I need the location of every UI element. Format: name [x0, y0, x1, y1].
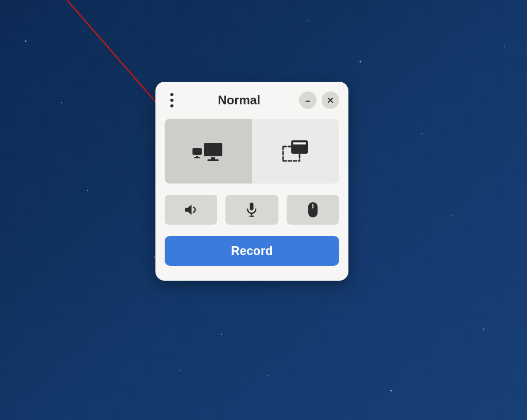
close-button[interactable]: [322, 92, 339, 109]
window-controls: [299, 92, 339, 109]
show-pointer-button[interactable]: [287, 195, 339, 225]
svg-line-0: [67, 0, 170, 118]
svg-rect-12: [250, 216, 254, 217]
selection-window-icon: [281, 139, 310, 163]
capture-selection-button[interactable]: [252, 119, 340, 184]
recorder-window: Normal: [155, 82, 348, 281]
titlebar: Normal: [165, 89, 339, 112]
svg-rect-14: [312, 204, 313, 209]
svg-rect-3: [196, 156, 198, 157]
window-title: Normal: [218, 93, 260, 107]
screens-icon: [192, 140, 224, 162]
mouse-pointer-icon: [307, 202, 319, 218]
capture-screen-button[interactable]: [165, 119, 252, 184]
minimize-icon: [304, 96, 312, 104]
svg-rect-7: [207, 159, 219, 161]
minimize-button[interactable]: [299, 92, 317, 109]
svg-rect-10: [250, 203, 254, 210]
microphone-icon: [244, 202, 259, 217]
svg-rect-4: [194, 157, 200, 158]
record-sound-button[interactable]: [165, 195, 217, 225]
svg-rect-6: [211, 157, 215, 159]
svg-rect-2: [192, 148, 202, 155]
options-row: [165, 195, 339, 225]
sound-icon: [183, 202, 199, 217]
record-button[interactable]: Record: [165, 236, 339, 266]
svg-rect-1: [305, 101, 310, 102]
capture-mode-group: [165, 119, 339, 184]
desktop-wallpaper: Normal: [0, 0, 527, 420]
menu-button[interactable]: [165, 93, 179, 107]
svg-rect-5: [204, 143, 222, 156]
svg-rect-9: [293, 142, 306, 144]
svg-rect-11: [251, 213, 252, 216]
close-icon: [326, 96, 335, 104]
record-microphone-button[interactable]: [225, 195, 278, 225]
